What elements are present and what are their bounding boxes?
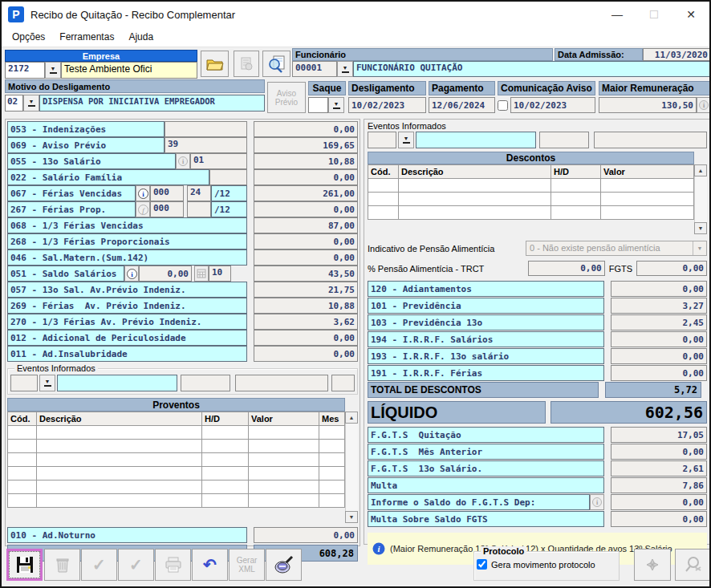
earning-value[interactable]: 0,00 — [254, 169, 358, 185]
fgts-row-value[interactable]: 0,00 — [611, 511, 707, 527]
deduction-value[interactable]: 0,00 — [611, 348, 707, 364]
col-header[interactable]: H/D — [202, 412, 249, 426]
comunicacao-aviso-value[interactable]: 10/02/2023 — [510, 97, 595, 113]
evento-valor-field[interactable] — [235, 375, 328, 391]
stamp-search-button[interactable] — [266, 549, 302, 581]
fgts-row-value[interactable]: 2,61 — [611, 460, 707, 476]
earning-value[interactable]: 0,00 — [254, 233, 358, 249]
print-button[interactable] — [155, 549, 191, 581]
maior-remuneracao-value[interactable]: 130,50 — [599, 97, 697, 113]
fgts-row-value[interactable]: 7,86 — [611, 477, 707, 493]
deduction-value[interactable]: 0,00 — [611, 331, 707, 347]
gera-movimento-protocolo-checkbox[interactable] — [477, 559, 487, 570]
aviso-previo-button[interactable]: Aviso Prévio — [267, 82, 306, 113]
col-header[interactable]: Descrição — [399, 165, 551, 179]
earning-value[interactable]: 0,00 — [254, 346, 358, 362]
table-row[interactable] — [368, 193, 694, 206]
scroll-down-icon[interactable]: ▼ — [345, 511, 358, 523]
evento-hd-field[interactable] — [181, 375, 230, 391]
col-header[interactable]: Cód. — [8, 412, 37, 426]
evento-dropdown-button[interactable]: ▼ — [39, 375, 55, 391]
evento-desc-field[interactable] — [57, 375, 177, 391]
earning-extra-field[interactable]: 39 — [165, 137, 247, 153]
earning-value[interactable]: 87,00 — [254, 217, 358, 233]
col-header[interactable]: Cód. — [368, 165, 399, 179]
motivo-dropdown-button[interactable]: ▼ — [23, 95, 39, 112]
table-row[interactable] — [8, 453, 345, 467]
gerar-xml-button[interactable]: Gerar XML — [229, 549, 265, 581]
earning-value[interactable]: 0,00 — [254, 121, 358, 137]
comunicacao-aviso-checkbox[interactable] — [498, 100, 508, 111]
table-row[interactable] — [368, 206, 694, 220]
confirm-button[interactable]: ✓ — [81, 549, 117, 581]
empresa-name-field[interactable]: Teste Ambiente Ofici — [61, 62, 197, 79]
minimize-icon[interactable]: — — [599, 2, 636, 27]
confirm-all-button[interactable]: ✓ — [118, 549, 154, 581]
earning-f2-field[interactable]: 10 — [209, 266, 231, 282]
motivo-name-field[interactable]: DISPENSA POR INICIATIVA EMPREGADOR — [39, 95, 265, 112]
evento-dropdown-button[interactable]: ▼ — [398, 132, 414, 148]
col-header[interactable]: Mes — [319, 412, 345, 426]
funcionario-code-field[interactable]: 00001 — [292, 61, 337, 77]
search-button[interactable] — [262, 51, 290, 77]
table-row[interactable] — [8, 481, 345, 494]
maximize-icon[interactable]: ☐ — [636, 2, 672, 27]
proventos-scrollbar[interactable]: ▲ ▼ — [345, 412, 358, 523]
info-icon-disabled[interactable]: i — [176, 153, 190, 169]
saldo-salarios-info-button[interactable]: i — [124, 266, 139, 282]
col-header[interactable]: Valor — [249, 412, 319, 426]
scroll-up-icon[interactable]: ▲ — [694, 164, 707, 176]
open-folder-button[interactable] — [201, 51, 229, 77]
menu-opcoes[interactable]: Opções — [5, 28, 52, 46]
earning-value[interactable]: 10,88 — [254, 153, 358, 169]
col-header[interactable]: Valor — [601, 165, 694, 179]
earning-extra-field[interactable] — [165, 121, 247, 137]
ribbon-button[interactable] — [634, 549, 671, 581]
fgts-row-value[interactable]: 0,00 — [611, 444, 707, 460]
table-row[interactable] — [8, 426, 345, 440]
earning-value[interactable]: 10,88 — [254, 298, 358, 314]
evento-desc-field[interactable] — [416, 132, 536, 148]
earning-f2-field[interactable]: 24 — [187, 185, 211, 201]
deduction-value[interactable]: 0,00 — [611, 365, 707, 381]
deduction-value[interactable]: 0,00 — [611, 281, 707, 297]
delete-button[interactable] — [44, 549, 80, 581]
fgts-percent-value[interactable]: 0,00 — [636, 261, 707, 276]
evento-mes-field[interactable] — [331, 375, 355, 391]
deduction-value[interactable]: 2,45 — [611, 314, 707, 330]
table-row[interactable] — [8, 494, 345, 508]
earning-f1-field[interactable]: 000 — [150, 185, 184, 201]
export-button[interactable] — [234, 51, 259, 77]
table-row[interactable] — [8, 440, 345, 453]
motivo-code-field[interactable]: 02 — [5, 95, 23, 112]
undo-button[interactable]: ↶ — [192, 549, 228, 581]
saque-dropdown-button[interactable]: ▼ — [328, 97, 344, 113]
col-header[interactable]: Descrição — [37, 412, 202, 426]
empresa-dropdown-button[interactable]: ▼ — [45, 62, 61, 79]
saque-field[interactable] — [308, 97, 328, 113]
earning-extra-field[interactable]: 01 — [190, 153, 247, 169]
close-icon[interactable]: ✕ — [672, 2, 709, 27]
evento-hd-field[interactable] — [539, 132, 589, 148]
ad-noturno-value[interactable]: 0,00 — [254, 527, 358, 543]
ferias-vencidas-info-button[interactable]: i — [136, 185, 150, 201]
earning-value[interactable]: 21,75 — [254, 282, 358, 298]
earning-f1-field[interactable]: 0,00 — [139, 266, 192, 282]
earning-f1-field[interactable]: 000 — [150, 201, 184, 217]
ferias-prop-function-button[interactable]: f — [136, 201, 150, 217]
indicativo-pensao-select[interactable]: 0 - Não existe pensão alimentícia ▼ — [526, 241, 707, 256]
calendar-button[interactable] — [194, 266, 209, 282]
save-button[interactable] — [6, 549, 43, 581]
menu-ferramentas[interactable]: Ferramentas — [52, 28, 121, 46]
menu-ajuda[interactable]: Ajuda — [121, 28, 160, 46]
desligamento-value[interactable]: 10/02/2023 — [348, 97, 426, 113]
deduction-value[interactable]: 3,27 — [611, 298, 707, 314]
earning-value[interactable]: 0,00 — [254, 330, 358, 346]
saldo-fgts-info-button[interactable]: i — [590, 494, 604, 510]
table-row[interactable] — [368, 179, 694, 193]
descontos-scrollbar[interactable]: ▲ ▼ — [694, 164, 707, 234]
evento-valor-field[interactable] — [594, 132, 707, 148]
pagamento-value[interactable]: 12/06/2024 — [429, 97, 495, 113]
col-header[interactable]: H/D — [551, 165, 601, 179]
earning-value[interactable]: 261,00 — [254, 185, 358, 201]
